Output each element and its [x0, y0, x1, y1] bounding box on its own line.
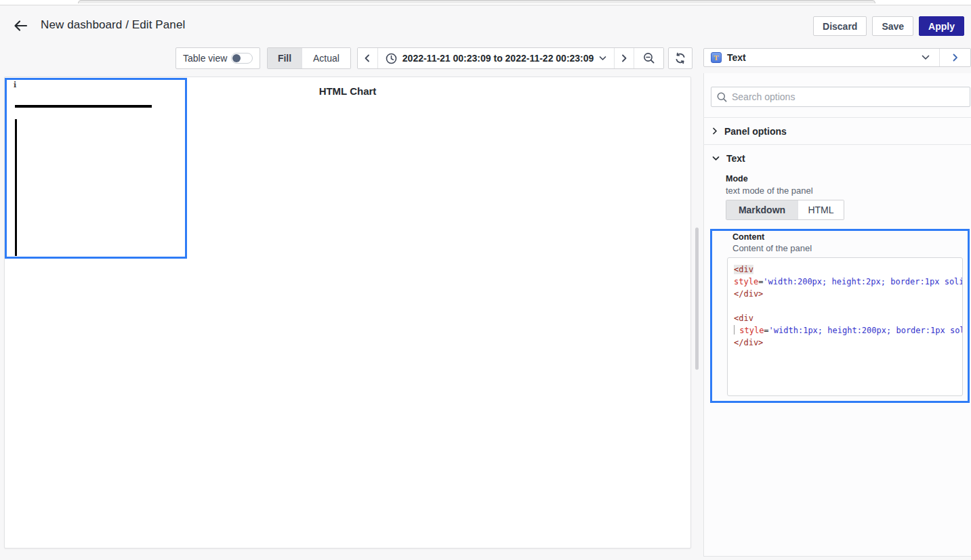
- panel-options-section-header[interactable]: Panel options: [703, 118, 971, 144]
- time-shift-forward-button[interactable]: [614, 48, 634, 68]
- chevron-right-icon: [952, 53, 958, 62]
- time-range-controls: 2022-11-21 00:23:09 to 2022-11-22 00:23:…: [357, 47, 664, 69]
- code-line: [734, 300, 962, 312]
- chevron-left-icon: [364, 54, 371, 62]
- text-panel-icon: T: [711, 52, 722, 63]
- panel-info-icon[interactable]: i: [14, 81, 16, 89]
- refresh-button[interactable]: [668, 47, 693, 69]
- panel-options-section-label: Panel options: [724, 126, 787, 137]
- fit-mode-group: Fill Actual: [267, 47, 351, 69]
- header-actions: Discard Save Apply: [813, 16, 964, 36]
- code-editor[interactable]: <divstyle='width:200px; height:2px; bord…: [727, 257, 963, 396]
- browser-chrome-strip: [0, 0, 971, 5]
- search-options-input[interactable]: [732, 91, 964, 102]
- content-label: Content: [732, 232, 764, 242]
- time-shift-back-button[interactable]: [358, 48, 377, 68]
- visualization-picker[interactable]: T Text: [703, 48, 971, 67]
- mode-html-option[interactable]: HTML: [798, 200, 844, 219]
- code-line: <div: [734, 263, 962, 276]
- arrow-left-icon: [13, 18, 28, 33]
- apply-button[interactable]: Apply: [919, 16, 964, 36]
- table-view-toggle[interactable]: [231, 53, 253, 64]
- fill-option[interactable]: Fill: [268, 48, 302, 68]
- zoom-out-time-button[interactable]: [634, 48, 663, 68]
- chevron-down-icon: [922, 55, 930, 60]
- mode-markdown-option[interactable]: Markdown: [726, 200, 798, 219]
- time-range-picker-button[interactable]: 2022-11-21 00:23:09 to 2022-11-22 00:23:…: [377, 48, 614, 68]
- options-search[interactable]: [711, 87, 970, 107]
- code-line: <div: [734, 312, 962, 324]
- toggle-viz-picker-button[interactable]: [939, 49, 970, 66]
- chevron-down-icon: [712, 156, 720, 161]
- code-line: </div>: [734, 288, 962, 300]
- text-section-label: Text: [726, 153, 745, 164]
- table-view-label: Table view: [183, 53, 227, 64]
- time-range-text: 2022-11-21 00:23:09 to 2022-11-22 00:23:…: [402, 53, 594, 64]
- mode-description: text mode of the panel: [726, 186, 813, 196]
- clock-icon: [386, 53, 397, 64]
- code-line: style='width:200px; height:2px; border:1…: [734, 276, 962, 288]
- text-mode-group: Markdown HTML: [726, 200, 844, 220]
- rendered-horizontal-line: [15, 105, 152, 108]
- panel-title: HTML Chart: [4, 85, 691, 97]
- mode-label: Mode: [726, 174, 748, 184]
- back-button[interactable]: [11, 16, 30, 35]
- save-button[interactable]: Save: [872, 16, 913, 36]
- table-view-toggle-container: Table view: [175, 47, 260, 69]
- zoom-out-icon: [643, 52, 655, 64]
- rendered-vertical-line: [15, 119, 17, 256]
- chevron-right-icon: [621, 54, 627, 62]
- pane-resizer-handle[interactable]: [695, 228, 699, 370]
- refresh-icon: [674, 52, 686, 64]
- content-description: Content of the panel: [732, 243, 812, 253]
- search-icon: [717, 92, 727, 102]
- chevron-right-icon: [712, 127, 718, 135]
- code-line: style='width:1px; height:200px; border:1…: [734, 324, 962, 337]
- page-title: New dashboard / Edit Panel: [41, 18, 185, 32]
- browser-tab-bar: [78, 0, 875, 3]
- text-section-header[interactable]: Text: [703, 145, 971, 171]
- toggle-knob: [232, 54, 241, 62]
- visualization-name: Text: [727, 52, 922, 63]
- panel-preview-card: [4, 77, 691, 548]
- caret-down-icon: [599, 56, 606, 61]
- discard-button[interactable]: Discard: [813, 16, 867, 36]
- actual-option[interactable]: Actual: [302, 48, 350, 68]
- code-line: </div>: [734, 337, 962, 349]
